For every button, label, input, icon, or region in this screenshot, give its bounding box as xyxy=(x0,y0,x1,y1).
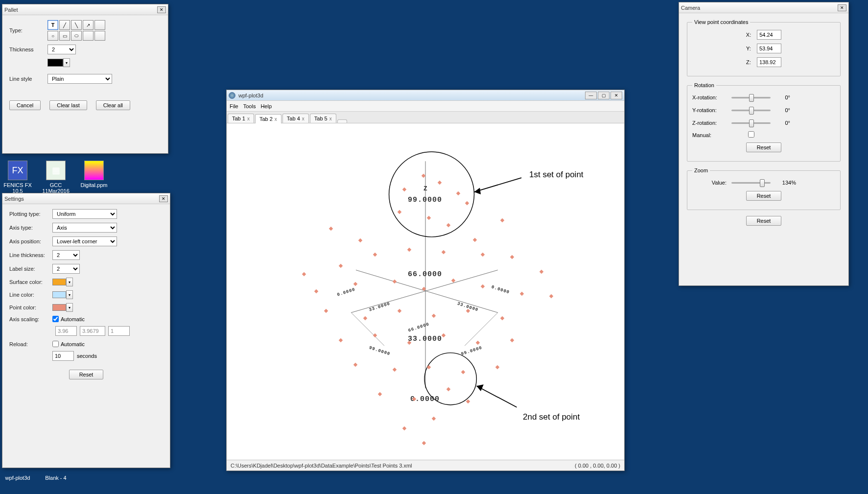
tab-label: Tab 5 xyxy=(314,116,328,121)
titlebar[interactable]: Settings ✕ xyxy=(2,193,170,204)
close-button[interactable]: ✕ xyxy=(838,4,846,11)
x-input[interactable] xyxy=(757,30,781,40)
viewpoint-fieldset: View point coordinates X: Y: Z: xyxy=(687,19,841,76)
zoom-value: 134% xyxy=(775,180,796,186)
tab-5[interactable]: Tab 5x xyxy=(310,114,336,123)
tool-rect[interactable]: ▭ xyxy=(59,31,70,41)
point-color-dropdown[interactable]: ▾ xyxy=(66,303,73,312)
menu-file[interactable]: File xyxy=(230,103,238,109)
tool-text[interactable]: T xyxy=(47,20,58,30)
close-tab-icon[interactable]: x xyxy=(302,116,305,121)
clear-all-button[interactable]: Clear all xyxy=(96,100,130,110)
statusbar: C:\Users\KDjadel\Desktop\wpf-plot3d\Data… xyxy=(227,460,624,470)
yrot-slider[interactable] xyxy=(731,106,771,115)
close-button[interactable]: ✕ xyxy=(157,6,166,13)
desktop-icon-label: GCC 11Mar2016 xyxy=(42,182,70,194)
tab-blank[interactable] xyxy=(337,119,347,123)
zoom-slider[interactable] xyxy=(731,178,771,187)
desktop-icon[interactable]: Digital.ppm xyxy=(76,161,112,188)
tool-blank2[interactable] xyxy=(83,31,94,41)
close-tab-icon[interactable]: x xyxy=(329,116,332,121)
main-window[interactable]: wpf-plot3d — ▢ ✕ File Tools Help Tab 1x … xyxy=(226,90,625,471)
zrot-slider[interactable] xyxy=(731,118,771,127)
maximize-button[interactable]: ▢ xyxy=(598,92,610,99)
manual-checkbox[interactable] xyxy=(748,131,754,138)
tab-4[interactable]: Tab 4x xyxy=(282,114,309,123)
annotation-2: 2nd set of point xyxy=(523,412,580,422)
cancel-button[interactable]: Cancel xyxy=(9,100,41,110)
titlebar[interactable]: Pallet ✕ xyxy=(2,4,168,15)
desktop-icon[interactable]: ▦ GCC 11Mar2016 xyxy=(38,161,73,194)
rotation-reset-button[interactable]: Reset xyxy=(746,142,781,152)
clear-last-button[interactable]: Clear last xyxy=(49,100,87,110)
app-icon: FX xyxy=(8,161,27,180)
titlebar[interactable]: wpf-plot3d — ▢ ✕ xyxy=(227,90,624,101)
tool-arrow[interactable]: ↗ xyxy=(83,20,94,30)
reload-seconds-input[interactable] xyxy=(52,351,74,361)
line-color-label: Line color: xyxy=(9,292,52,298)
point-color-label: Point color: xyxy=(9,305,52,310)
close-tab-icon[interactable]: x xyxy=(247,116,250,121)
surface-color-label: Surface color: xyxy=(9,279,52,285)
annotation-1: 1st set of point xyxy=(529,170,584,180)
tool-blank1[interactable] xyxy=(94,20,105,30)
minimize-button[interactable]: — xyxy=(585,92,597,99)
svg-point-5 xyxy=(389,152,474,237)
xrot-slider[interactable] xyxy=(731,93,771,102)
desktop-icon-label: Digital.ppm xyxy=(80,182,107,188)
plot-area[interactable]: Z 99.0000 66.0000 33.0000 0.0000 0.0000 … xyxy=(227,123,624,460)
desktop-icon[interactable]: FX FENICS FX 10.5 xyxy=(0,161,35,194)
close-button[interactable]: ✕ xyxy=(159,195,168,202)
z-input[interactable] xyxy=(757,57,781,67)
close-tab-icon[interactable]: x xyxy=(275,117,277,122)
surface-color-dropdown[interactable]: ▾ xyxy=(66,278,73,286)
axis-scaling-checkbox[interactable] xyxy=(52,316,59,322)
tab-1[interactable]: Tab 1x xyxy=(228,114,254,123)
menu-help[interactable]: Help xyxy=(260,103,272,109)
zoom-reset-button[interactable]: Reset xyxy=(746,191,781,201)
line-color-dropdown[interactable]: ▾ xyxy=(66,290,73,299)
settings-window[interactable]: Settings ✕ Plotting type: Uniform Axis t… xyxy=(2,193,170,468)
desktop-icon[interactable]: Blank - 4 xyxy=(38,475,73,481)
tabbar: Tab 1x Tab 2x Tab 4x Tab 5x xyxy=(227,112,624,123)
type-tool-grid: T ╱ ╲ ↗ ○ ▭ ⬭ xyxy=(47,20,105,41)
close-button[interactable]: ✕ xyxy=(610,92,622,99)
camera-window[interactable]: Camera ✕ View point coordinates X: Y: Z:… xyxy=(679,2,849,286)
reload-checkbox[interactable] xyxy=(52,341,59,347)
pallet-window[interactable]: Pallet ✕ Type: T ╱ ╲ ↗ ○ ▭ ⬭ Thickness 2 xyxy=(2,4,168,154)
label-size-select[interactable]: 2 xyxy=(52,264,80,274)
tool-circle[interactable]: ○ xyxy=(47,31,58,41)
plotting-type-select[interactable]: Uniform xyxy=(52,209,117,219)
label-size-label: Label size: xyxy=(9,266,52,272)
thickness-select[interactable]: 2 xyxy=(47,45,76,54)
menu-tools[interactable]: Tools xyxy=(243,103,256,109)
scale-y-input xyxy=(80,326,105,336)
axis-scaling-label: Axis scaling: xyxy=(9,316,52,322)
line-thickness-label: Line thickness: xyxy=(9,252,52,258)
tool-ellipse[interactable]: ⬭ xyxy=(71,31,82,41)
tool-line1[interactable]: ╱ xyxy=(59,20,70,30)
camera-reset-all-button[interactable]: Reset xyxy=(746,216,781,226)
rotation-fieldset: Rotation X-rotation: 0° Y-rotation: 0° Z… xyxy=(687,82,841,162)
settings-reset-button[interactable]: Reset xyxy=(69,370,103,379)
image-icon xyxy=(84,161,104,180)
reload-label: Reload: xyxy=(9,341,52,347)
svg-line-4 xyxy=(465,312,498,346)
axis-type-select[interactable]: Axis xyxy=(52,223,117,233)
y-input[interactable] xyxy=(757,44,781,53)
desktop-icon[interactable]: wpf-plot3d xyxy=(0,475,35,481)
linestyle-select[interactable]: Plain xyxy=(47,74,112,84)
axis-type-label: Axis type: xyxy=(9,225,52,231)
line-thickness-select[interactable]: 2 xyxy=(52,250,80,260)
axis-position-select[interactable]: Lower-left corner xyxy=(52,236,117,246)
tool-line2[interactable]: ╲ xyxy=(71,20,82,30)
color-dropdown[interactable]: ▾ xyxy=(63,58,70,67)
window-title: Settings xyxy=(4,196,24,202)
titlebar[interactable]: Camera ✕ xyxy=(679,2,848,13)
desktop-icon-label: FENICS FX 10.5 xyxy=(3,182,31,194)
z-tick-99: 99.0000 xyxy=(408,196,442,204)
tab-2[interactable]: Tab 2x xyxy=(255,114,282,123)
xrot-value: 0° xyxy=(775,94,790,100)
svg-marker-8 xyxy=(474,188,481,194)
tool-blank3[interactable] xyxy=(94,31,105,41)
